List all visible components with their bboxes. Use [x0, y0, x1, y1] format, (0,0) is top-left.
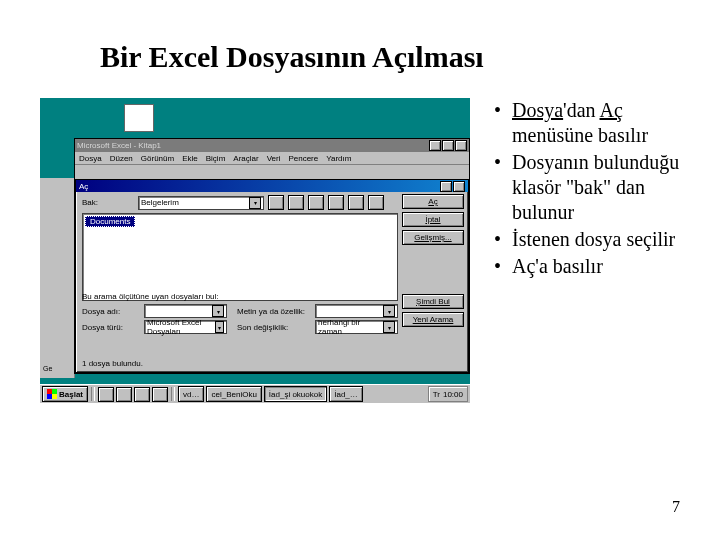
excel-window: Microsoft Excel - Kitap1 Dosya Düzen Gör…	[74, 138, 470, 374]
bullet-list: Dosya'dan Aç menüsüne basılır Dosyanın b…	[494, 98, 680, 279]
task-button[interactable]: İad_şi okuokok	[264, 386, 327, 402]
lookin-label: Bak:	[82, 198, 134, 207]
left-panel: Ge	[40, 178, 75, 378]
dialog-help-icon[interactable]	[440, 181, 452, 192]
screenshot-frame: Ge Microsoft Excel - Kitap1 Dosya Düzen	[40, 98, 470, 403]
dialog-title: Aç	[79, 182, 88, 191]
menu-item[interactable]: Pencere	[288, 154, 318, 163]
excel-title: Microsoft Excel - Kitap1	[77, 141, 161, 150]
text-label: Metin ya da özellik:	[231, 307, 311, 316]
modified-combo[interactable]: herhangi bir zaman ▾	[315, 320, 398, 334]
quicklaunch-icon[interactable]	[98, 387, 114, 402]
bullet-item: İstenen dosya seçilir	[494, 227, 680, 252]
close-icon[interactable]	[455, 140, 467, 151]
chevron-down-icon[interactable]: ▾	[383, 305, 395, 317]
type-combo[interactable]: Microsoft Excel Dosyaları ▾	[144, 320, 227, 334]
slide-title: Bir Excel Dosyasının Açılması	[100, 40, 680, 74]
menu-item[interactable]: Biçim	[206, 154, 226, 163]
menu-item[interactable]: Araçlar	[233, 154, 258, 163]
excel-toolbar	[75, 165, 469, 180]
taskbar-separator	[91, 387, 95, 401]
filename-combo[interactable]: ▾	[144, 304, 227, 318]
menu-item[interactable]: Düzen	[110, 154, 133, 163]
type-label: Dosya türü:	[82, 323, 140, 332]
taskbar: Başlat vd… cel_BeniOku İad_şi okuokok İa…	[40, 384, 470, 403]
new-search-button[interactable]: Yeni Arama	[402, 312, 464, 327]
properties-icon[interactable]	[348, 195, 364, 210]
chevron-down-icon[interactable]: ▾	[215, 321, 224, 333]
modified-label: Son değişiklik:	[231, 323, 311, 332]
task-label: vd…	[183, 390, 199, 399]
quicklaunch-icon[interactable]	[134, 387, 150, 402]
up-folder-icon[interactable]	[268, 195, 284, 210]
commands-icon[interactable]	[368, 195, 384, 210]
task-button[interactable]: İad_…	[329, 386, 363, 402]
open-dialog: Aç Bak: Belgelerim ▾	[75, 179, 469, 373]
text-combo[interactable]: ▾	[315, 304, 398, 318]
bullet-text: Dosyanın bulunduğu klasör "bak" dan bulu…	[512, 151, 679, 223]
dialog-close-icon[interactable]	[453, 181, 465, 192]
bullet-item: Aç'a basılır	[494, 254, 680, 279]
quicklaunch-icon[interactable]	[152, 387, 168, 402]
menu-item[interactable]: Dosya	[79, 154, 102, 163]
selected-file[interactable]: Documents	[85, 216, 135, 227]
chevron-down-icon[interactable]: ▾	[212, 305, 224, 317]
page-number: 7	[672, 498, 680, 516]
menu-item[interactable]: Yardım	[326, 154, 351, 163]
new-folder-icon[interactable]	[288, 195, 304, 210]
modified-value: herhangi bir zaman	[318, 318, 383, 336]
bullet-text: 'dan	[563, 99, 599, 121]
tray-lang[interactable]: Tr	[433, 390, 440, 399]
dialog-status: 1 dosya bulundu.	[82, 359, 143, 368]
lookin-value: Belgelerim	[141, 198, 179, 207]
taskbar-separator	[171, 387, 175, 401]
desktop-icon	[124, 104, 154, 132]
task-button[interactable]: cel_BeniOku	[206, 386, 261, 402]
excel-menubar[interactable]: Dosya Düzen Görünüm Ekle Biçim Araçlar V…	[75, 152, 469, 165]
bullet-underlined: Dosya	[512, 99, 563, 121]
open-button[interactable]: Aç	[402, 194, 464, 209]
start-button[interactable]: Başlat	[42, 386, 88, 402]
bullet-text: Aç'a basılır	[512, 255, 603, 277]
list-view-icon[interactable]	[308, 195, 324, 210]
windows-logo-icon	[47, 389, 57, 399]
bullet-underlined: Aç	[600, 99, 623, 121]
details-view-icon[interactable]	[328, 195, 344, 210]
type-value: Microsoft Excel Dosyaları	[147, 318, 215, 336]
chevron-down-icon[interactable]: ▾	[383, 321, 395, 333]
bullet-text: menüsüne basılır	[512, 124, 648, 146]
bullet-text: İstenen dosya seçilir	[512, 228, 675, 250]
find-now-button[interactable]: Şimdi Bul	[402, 294, 464, 309]
chevron-down-icon[interactable]: ▾	[249, 197, 261, 209]
task-button[interactable]: vd…	[178, 386, 204, 402]
bullet-item: Dosyanın bulunduğu klasör "bak" dan bulu…	[494, 150, 680, 225]
excel-titlebar: Microsoft Excel - Kitap1	[75, 139, 469, 152]
minimize-icon[interactable]	[429, 140, 441, 151]
menu-item[interactable]: Görünüm	[141, 154, 174, 163]
find-caption: Bu arama ölçütüne uyan dosyaları bul:	[82, 292, 398, 301]
menu-item[interactable]: Veri	[267, 154, 281, 163]
quicklaunch-icon[interactable]	[116, 387, 132, 402]
lookin-combo[interactable]: Belgelerim ▾	[138, 196, 264, 210]
menu-item[interactable]: Ekle	[182, 154, 198, 163]
bullet-item: Dosya'dan Aç menüsüne basılır	[494, 98, 680, 148]
advanced-button[interactable]: Gelişmiş...	[402, 230, 464, 245]
filename-label: Dosya adı:	[82, 307, 140, 316]
file-list[interactable]: Documents	[82, 213, 398, 301]
task-label: İad_şi okuokok	[269, 390, 322, 399]
system-tray: Tr 10:00	[428, 386, 468, 402]
maximize-icon[interactable]	[442, 140, 454, 151]
task-label: cel_BeniOku	[211, 390, 256, 399]
task-label: İad_…	[334, 390, 358, 399]
cancel-button[interactable]: İptal	[402, 212, 464, 227]
left-panel-label: Ge	[43, 365, 52, 372]
start-label: Başlat	[59, 390, 83, 399]
tray-clock: 10:00	[443, 390, 463, 399]
dialog-titlebar: Aç	[76, 180, 468, 192]
